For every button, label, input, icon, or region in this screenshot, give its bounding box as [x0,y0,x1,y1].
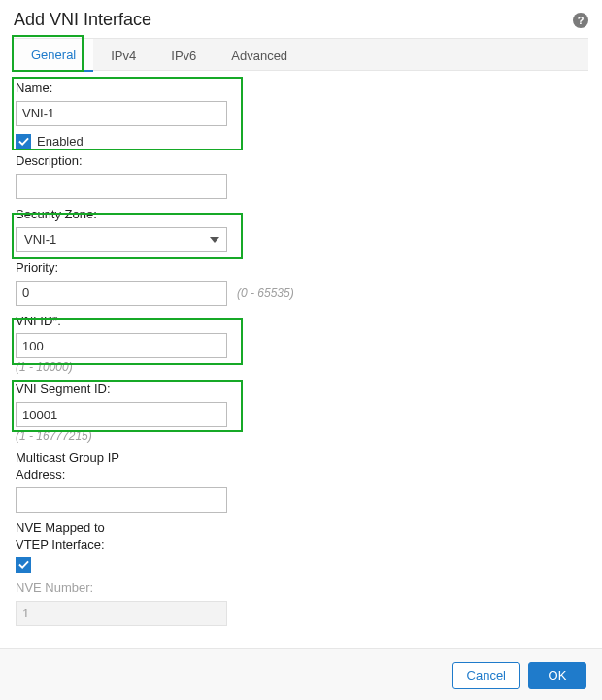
tab-general[interactable]: General [14,39,93,72]
security-zone-select[interactable]: VNI-1 [16,227,227,252]
security-zone-label: Security Zone: [16,207,588,223]
vni-id-input[interactable] [16,333,227,358]
name-input[interactable] [16,101,227,126]
multicast-ip-label: Multicast Group IP Address: [16,450,588,483]
nve-mapped-checkbox[interactable] [16,557,31,573]
priority-hint: (0 - 65535) [237,286,294,300]
vni-segment-id-hint: (1 - 16777215) [16,429,588,443]
priority-label: Priority: [16,260,588,277]
check-icon [18,559,29,570]
vni-id-label: VNI ID*: [16,314,588,330]
enabled-checkbox[interactable] [16,134,31,150]
multicast-ip-input[interactable] [16,487,227,513]
dialog-footer: Cancel OK [0,648,602,700]
vni-segment-id-label: VNI Segment ID: [16,382,588,398]
description-label: Description: [16,153,588,170]
tab-advanced[interactable]: Advanced [214,39,305,72]
vni-segment-id-input[interactable] [16,402,227,427]
tab-ipv6[interactable]: IPv6 [153,39,214,72]
enabled-label: Enabled [37,134,84,149]
tab-bar: General IPv4 IPv6 Advanced [14,38,588,71]
check-icon [18,136,29,147]
tab-ipv4[interactable]: IPv4 [93,39,153,72]
description-input[interactable] [16,174,227,199]
ok-button[interactable]: OK [528,662,586,689]
nve-mapped-label: NVE Mapped to VTEP Interface: [16,520,588,553]
help-icon[interactable]: ? [573,13,588,28]
cancel-button[interactable]: Cancel [452,662,520,689]
nve-number-label: NVE Number: [16,581,588,597]
vni-id-hint: (1 - 10000) [16,360,588,374]
name-label: Name: [16,81,588,97]
dialog-title: Add VNI Interface [14,10,151,30]
security-zone-value: VNI-1 [16,227,227,252]
nve-number-input [16,601,227,626]
priority-input[interactable] [16,281,227,306]
form-general: Name: Enabled Description: Security Zone… [14,71,588,642]
